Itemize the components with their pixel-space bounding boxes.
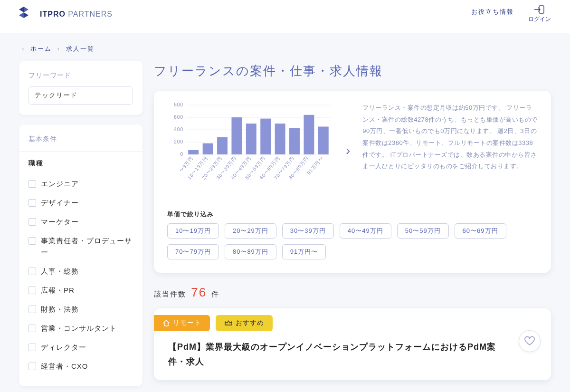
jobtype-checkbox[interactable]: デザイナー [28, 193, 133, 212]
jobtype-checkbox[interactable]: 経営者・CXO [28, 357, 133, 376]
jobtype-label: 職種 [28, 159, 133, 168]
jobtype-checkbox[interactable]: 事業責任者・プロデューサー [28, 231, 133, 262]
jobtype-label: 事業責任者・プロデューサー [41, 235, 133, 258]
jobtype-label: マーケター [41, 216, 79, 228]
svg-marker-1 [24, 7, 28, 12]
price-chip[interactable]: 20〜29万円 [225, 223, 276, 239]
chart-bar [246, 124, 256, 154]
svg-text:0: 0 [180, 152, 183, 157]
price-bar-chart: 0200400600800〜9万円10〜19万円20〜29万円30〜39万円40… [167, 102, 333, 197]
jobtype-checkbox[interactable]: 営業・コンサルタント [28, 319, 133, 338]
jobtype-checkbox[interactable]: 財務・法務 [28, 300, 133, 319]
chart-bar [217, 137, 228, 154]
breadcrumb-current[interactable]: 求人一覧 [66, 45, 95, 52]
login-button[interactable]: ログイン [528, 5, 551, 23]
price-chip[interactable]: 70〜79万円 [167, 244, 219, 259]
job-card[interactable]: リモート おすすめ 【PdM】業界最大級のオープンイノベーションプラットフォーム… [154, 308, 551, 380]
checkbox-icon [28, 237, 36, 245]
price-chip[interactable]: 50〜59万円 [397, 223, 449, 239]
heart-icon [524, 336, 535, 346]
freeword-input[interactable] [28, 86, 133, 105]
checkbox-icon [28, 306, 36, 313]
logo[interactable]: ITPRO PARTNERS [19, 7, 113, 22]
checkbox-icon [28, 180, 36, 188]
jobtype-checkbox[interactable]: マーケター [28, 212, 133, 231]
info-link[interactable]: お役立ち情報 [471, 8, 514, 16]
checkbox-icon [28, 287, 36, 294]
jobtype-label: エンジニア [41, 178, 79, 190]
logo-icon [19, 7, 35, 22]
price-chip[interactable]: 30〜39万円 [282, 223, 334, 239]
home-icon [162, 320, 170, 326]
price-chip[interactable]: 91万円〜 [282, 244, 326, 259]
svg-text:800: 800 [174, 102, 183, 107]
result-count: 該当件数 76 件 [154, 285, 551, 300]
jobtype-checkbox[interactable]: 人事・総務 [28, 262, 133, 281]
jobtype-checkbox[interactable]: エンジニア [28, 174, 133, 193]
basic-cond-label: 基本条件 [28, 135, 133, 143]
tag-recommend: おすすめ [216, 315, 273, 331]
chart-bar [231, 117, 242, 154]
jobtype-label: 営業・コンサルタント [41, 323, 117, 334]
svg-text:200: 200 [174, 139, 183, 144]
login-icon [533, 5, 546, 14]
job-title: 【PdM】業界最大級のオープンイノベーションプラットフォームにおけるPdM案件・… [154, 338, 551, 369]
chart-description: フリーランス・案件の想定月収は約50万円です。 フリーランス・案件の総数4278… [362, 102, 538, 172]
price-chip[interactable]: 80〜89万円 [225, 244, 276, 259]
price-chip[interactable]: 60〜69万円 [455, 223, 506, 239]
jobtype-label: 広報・PR [41, 285, 75, 296]
chevron-right-icon: › [57, 45, 60, 52]
page-title: フリーランスの案件・仕事・求人情報 [154, 61, 551, 79]
price-chip[interactable]: 40〜49万円 [340, 223, 391, 239]
svg-marker-0 [19, 7, 24, 12]
price-chip[interactable]: 10〜19万円 [167, 223, 219, 239]
checkbox-icon [28, 344, 36, 351]
favorite-button[interactable] [519, 330, 541, 352]
chart-bar [188, 150, 199, 154]
jobtype-checkbox[interactable]: 広報・PR [28, 281, 133, 300]
chevron-right-icon: › [22, 45, 25, 52]
svg-text:600: 600 [174, 115, 183, 120]
jobtype-label: 経営者・CXO [41, 361, 88, 372]
svg-marker-2 [19, 12, 24, 18]
checkbox-icon [28, 218, 36, 226]
tag-remote: リモート [154, 315, 210, 331]
freeword-label: フリーワード [28, 71, 133, 80]
logo-text: ITPRO PARTNERS [40, 10, 113, 19]
svg-marker-3 [24, 12, 28, 18]
jobtype-label: デザイナー [41, 197, 79, 209]
chart-bar [203, 143, 213, 154]
chart-bar [318, 127, 329, 155]
checkbox-icon [28, 199, 36, 207]
checkbox-icon [28, 268, 36, 275]
jobtype-label: 人事・総務 [41, 266, 79, 277]
checkbox-icon [28, 363, 36, 370]
jobtype-checkbox[interactable]: ディレクター [28, 338, 133, 357]
crown-icon [224, 320, 233, 326]
jobtype-label: ディレクター [41, 342, 86, 353]
chart-bar [289, 128, 300, 154]
chart-bar [275, 124, 285, 154]
checkbox-icon [28, 325, 36, 332]
chart-bar [304, 115, 314, 154]
chart-card: 0200400600800〜9万円10〜19万円20〜29万円30〜39万円40… [154, 91, 551, 273]
chart-next-button[interactable]: › [343, 143, 353, 158]
breadcrumb: › ホーム › 求人一覧 [0, 33, 570, 61]
jobtype-label: 財務・法務 [41, 304, 79, 315]
price-filter-label: 単価で絞り込み [167, 210, 538, 219]
chart-bar [260, 119, 271, 154]
svg-text:400: 400 [174, 127, 183, 132]
breadcrumb-home[interactable]: ホーム [30, 45, 52, 52]
